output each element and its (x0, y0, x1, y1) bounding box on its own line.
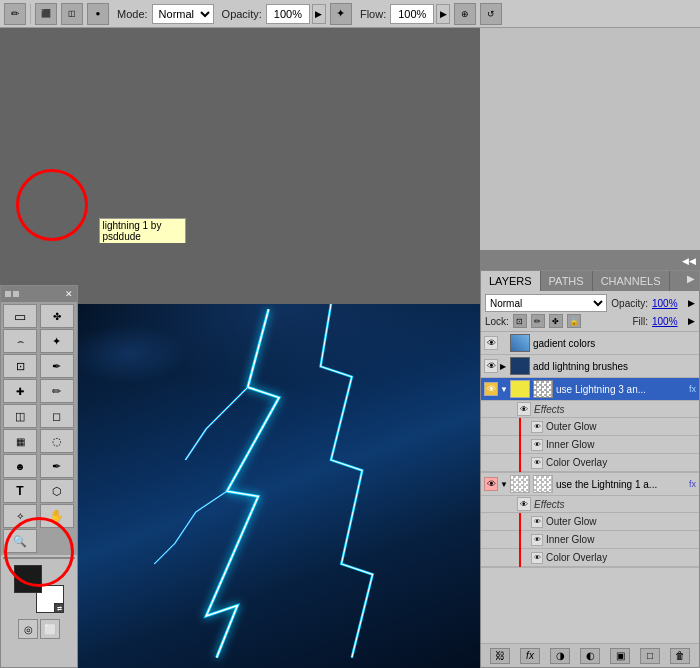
layer-visibility-lightning3[interactable]: 👁 (484, 382, 498, 396)
new-adjustment-icon[interactable]: ◐ (580, 648, 600, 664)
effects-visibility-lightning1[interactable]: 👁 (517, 497, 531, 511)
lock-all-icon[interactable]: 🔒 (567, 314, 581, 328)
effect-inner-glow-lightning3[interactable]: 👁 Inner Glow (481, 436, 699, 454)
opacity-arrow[interactable]: ▶ (688, 298, 695, 308)
effects-label-lightning1: Effects (534, 499, 565, 510)
tool-move[interactable]: ✤ (40, 304, 74, 328)
layer-mask-lightning1 (533, 475, 553, 493)
tool-marquee[interactable]: ▭ (3, 304, 37, 328)
layer-visibility-lightning-brushes[interactable]: 👁 (484, 359, 498, 373)
opacity-value[interactable]: 100% (652, 298, 684, 309)
tab-channels[interactable]: CHANNELS (593, 271, 670, 291)
tab-layers[interactable]: LAYERS (481, 271, 541, 291)
tool-heal[interactable]: ✚ (3, 379, 37, 403)
quick-mask-icon[interactable]: ◎ (18, 619, 38, 639)
tablet-icon[interactable]: ⊕ (454, 3, 476, 25)
effect-color-overlay-lightning1[interactable]: 👁 Color Overlay (481, 549, 699, 567)
layer-item-lightning3[interactable]: 👁 ▼ use Lightning 3 an... fx (481, 378, 699, 401)
foreground-color-swatch[interactable] (14, 565, 42, 593)
tab-paths[interactable]: PATHS (541, 271, 593, 291)
fill-arrow[interactable]: ▶ (688, 316, 695, 326)
layer-name-gradient: gadient colors (533, 338, 696, 349)
tool-eraser[interactable]: ◻ (40, 404, 74, 428)
airbrush-icon[interactable]: ✦ (330, 3, 352, 25)
layer-item-gradient[interactable]: 👁 gadient colors (481, 332, 699, 355)
effects-container-lightning3: 👁 Outer Glow 👁 Inner Glow 👁 Color Overla… (481, 418, 699, 472)
effects-visibility-lightning3[interactable]: 👁 (517, 402, 531, 416)
tool-text[interactable]: T (3, 479, 37, 503)
swap-colors-icon[interactable]: ⇄ (54, 603, 64, 613)
layer-item-lightning1[interactable]: 👁 ▼ use the Lightning 1 a... fx (481, 473, 699, 496)
layer-name-lightning-brushes: add lightning brushes (533, 361, 696, 372)
tool-dodge[interactable]: ☻ (3, 454, 37, 478)
flow-value[interactable]: 100% (390, 4, 434, 24)
effects-container-lightning1: 👁 Outer Glow 👁 Inner Glow 👁 Color Overla… (481, 513, 699, 567)
effect-outer-glow-lightning1[interactable]: 👁 Outer Glow (481, 513, 699, 531)
tool-pen[interactable]: ✒ (40, 454, 74, 478)
link-layers-icon[interactable]: ⛓ (490, 648, 510, 664)
layer-thumb-lightning3 (510, 380, 530, 398)
layer-expand-lightning1[interactable]: ▼ (500, 480, 510, 489)
blend-mode-select[interactable]: Normal (485, 294, 607, 312)
collapse-btn-left[interactable]: ◀◀ (682, 256, 696, 266)
tool-eyedropper[interactable]: ✒ (40, 354, 74, 378)
effects-connector-line-lightning3 (519, 418, 521, 472)
tool-lasso[interactable]: ⌢ (3, 329, 37, 353)
screen-mode-icon[interactable]: ⬜ (40, 619, 60, 639)
tool-clone[interactable]: ◫ (3, 404, 37, 428)
brush-preset-icon[interactable]: ◫ (61, 3, 83, 25)
effect-eye-outer-glow-l1[interactable]: 👁 (531, 516, 543, 528)
delete-layer-icon[interactable]: 🗑 (670, 648, 690, 664)
layer-visibility-gradient[interactable]: 👁 (484, 336, 498, 350)
add-mask-icon[interactable]: ◑ (550, 648, 570, 664)
lock-fill-row: Lock: ⊡ ✏ ✤ 🔒 Fill: 100% ▶ (485, 314, 695, 328)
effect-eye-color-overlay-l3[interactable]: 👁 (531, 457, 543, 469)
effect-name-color-overlay-l1: Color Overlay (546, 552, 607, 563)
effect-inner-glow-lightning1[interactable]: 👁 Inner Glow (481, 531, 699, 549)
effects-connector-line-lightning1 (519, 513, 521, 567)
toolbar-collapse-dots[interactable] (5, 291, 19, 297)
add-style-icon[interactable]: fx (520, 648, 540, 664)
opacity-value[interactable]: 100% (266, 4, 310, 24)
tool-zoom[interactable]: 🔍 (3, 529, 37, 553)
blend-opacity-controls: Normal Opacity: 100% ▶ Lock: ⊡ ✏ ✤ 🔒 Fil… (481, 291, 699, 332)
lock-paint-icon[interactable]: ✏ (531, 314, 545, 328)
new-group-icon[interactable]: ▣ (610, 648, 630, 664)
tool-gradient[interactable]: ▦ (3, 429, 37, 453)
flow-arrow[interactable]: ▶ (436, 4, 450, 24)
layer-expand-lightning3[interactable]: ▼ (500, 385, 510, 394)
tool-path[interactable]: ⟡ (3, 504, 37, 528)
layer-expand-lightning[interactable]: ▶ (500, 362, 510, 371)
panel-menu-icon[interactable]: ▶ (683, 271, 699, 291)
tool-blur[interactable]: ◌ (40, 429, 74, 453)
rotate-icon[interactable]: ↺ (480, 3, 502, 25)
new-layer-icon[interactable]: □ (640, 648, 660, 664)
brush-tool-icon[interactable]: ✏ (4, 3, 26, 25)
tool-crop[interactable]: ⊡ (3, 354, 37, 378)
tool-hand[interactable]: ✋ (40, 504, 74, 528)
effect-outer-glow-lightning3[interactable]: 👁 Outer Glow (481, 418, 699, 436)
brush-options-icon[interactable]: ⬛ (35, 3, 57, 25)
opacity-arrow[interactable]: ▶ (312, 4, 326, 24)
lock-pos-icon[interactable]: ⊡ (513, 314, 527, 328)
effect-eye-outer-glow-l3[interactable]: 👁 (531, 421, 543, 433)
lock-label: Lock: (485, 316, 509, 327)
opacity-label: Opacity: (222, 8, 262, 20)
brush-size-icon[interactable]: ● (87, 3, 109, 25)
tool-magic-wand[interactable]: ✦ (40, 329, 74, 353)
effect-eye-inner-glow-l3[interactable]: 👁 (531, 439, 543, 451)
tool-brush[interactable]: ✏ (40, 379, 74, 403)
top-toolbar: ✏ ⬛ ◫ ● Mode: Normal Opacity: 100% ▶ ✦ F… (0, 0, 700, 28)
fill-value[interactable]: 100% (652, 316, 684, 327)
lock-move-icon[interactable]: ✤ (549, 314, 563, 328)
effect-color-overlay-lightning3[interactable]: 👁 Color Overlay (481, 454, 699, 472)
effect-eye-color-overlay-l1[interactable]: 👁 (531, 552, 543, 564)
layer-item-lightning-brushes[interactable]: 👁 ▶ add lightning brushes (481, 355, 699, 378)
left-toolbar: ✕ ▭ ✤ ⌢ ✦ ⊡ ✒ ✚ ✏ ◫ ◻ ▦ ◌ ☻ ✒ T ⬡ ⟡ ✋ 🔍 … (0, 285, 78, 668)
tool-shape[interactable]: ⬡ (40, 479, 74, 503)
blend-mode-row: Normal Opacity: 100% ▶ (485, 294, 695, 312)
layer-visibility-lightning1[interactable]: 👁 (484, 477, 498, 491)
mode-select[interactable]: Normal (152, 4, 214, 24)
effect-eye-inner-glow-l1[interactable]: 👁 (531, 534, 543, 546)
toolbar-close[interactable]: ✕ (65, 289, 73, 299)
